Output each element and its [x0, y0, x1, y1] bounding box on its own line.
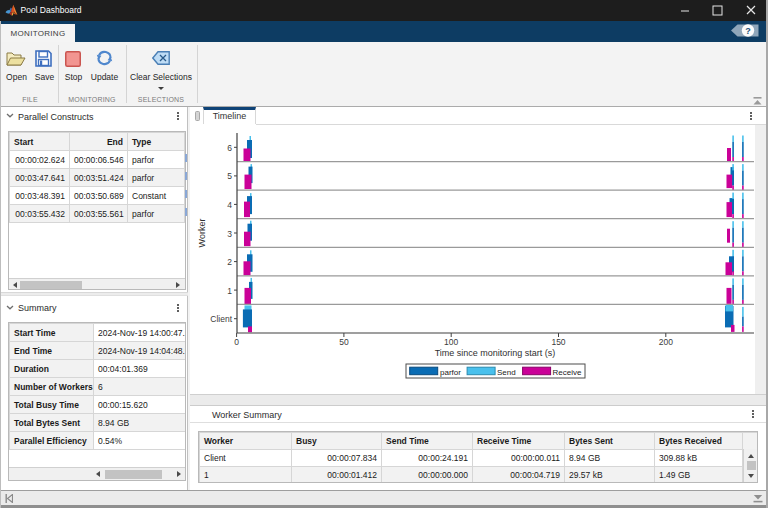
svg-text:100: 100 [444, 337, 458, 347]
svg-text:200: 200 [659, 337, 673, 347]
svg-text:2: 2 [227, 257, 232, 267]
svg-text:0: 0 [234, 337, 239, 347]
svg-text:150: 150 [551, 337, 565, 347]
svg-text:5: 5 [227, 171, 232, 181]
svg-text:3: 3 [227, 229, 232, 239]
svg-text:?: ? [745, 26, 751, 36]
svg-text:Time since monitoring start (s: Time since monitoring start (s) [435, 348, 556, 358]
svg-text:Receive: Receive [553, 368, 582, 377]
svg-text:Worker: Worker [197, 219, 207, 248]
svg-text:Send: Send [497, 368, 516, 377]
svg-text:50: 50 [339, 337, 349, 347]
svg-text:1: 1 [227, 286, 232, 296]
svg-text:parfor: parfor [440, 368, 461, 377]
svg-text:4: 4 [227, 200, 232, 210]
svg-text:Client: Client [210, 314, 232, 324]
svg-text:6: 6 [227, 143, 232, 153]
